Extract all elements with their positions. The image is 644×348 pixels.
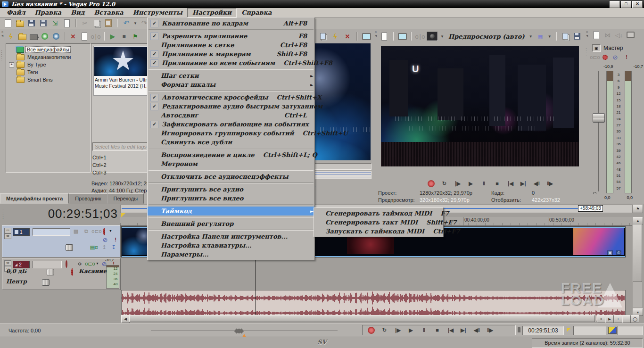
gear-dropdown-arrow-icon[interactable]: ▼ [109,229,112,232]
menu-item[interactable]: Шаг сетки ► [148,71,314,80]
dock-collapse-icon[interactable]: ◄ [0,34,5,38]
marker-flag-icon[interactable] [121,213,125,217]
preview-mode-label[interactable]: Предпросмотр (авто) [446,33,527,40]
dock-tab[interactable]: Переходы [107,193,144,204]
menu-item[interactable]: Параметры... [148,250,314,259]
tree-item[interactable]: + By Type [6,61,90,68]
video-track-number[interactable]: 1 [13,228,30,236]
menubar-item[interactable]: Справка [237,8,276,17]
marker-tool-button[interactable]: ⚑ [633,205,643,213]
solo-icon[interactable]: ! [623,54,630,60]
minimize-track-icon[interactable]: ▭ [4,260,11,266]
mode-dropdown-arrow-icon[interactable]: ▼ [528,32,534,41]
close-button[interactable]: ✕ [632,1,643,8]
menu-item[interactable]: ✓ Редактирование аудио быстрым затухание… [148,102,314,111]
menu-item[interactable]: Сдвинуть все дубли [148,138,314,147]
import-media-icon[interactable]: ⇲ [50,18,60,28]
menu-item[interactable]: ✓ Прилипание ко всем событиям Ctrl+Shift… [148,58,314,67]
record-arm-icon[interactable] [66,261,67,267]
grid-dropdown-arrow-icon[interactable]: ▼ [547,32,553,41]
track-composite-icon[interactable]: ⧉ [83,228,90,234]
get-media-web-icon[interactable] [51,32,61,41]
menubar-item[interactable]: Инструменты [128,8,187,17]
tree-item[interactable]: Медианакопители [6,53,90,61]
minimize-button[interactable]: ─ [610,1,620,8]
menu-item[interactable]: Внешний регулятор [148,219,314,228]
media-play-icon[interactable]: ▶ [107,32,118,41]
alpha-film-icon[interactable]: ▤α [90,244,98,250]
downmix-icon[interactable]: ⋈ [603,30,613,40]
menu-item[interactable]: ✓ Квантование по кадрам Alt+F8 [148,19,314,28]
tree-item[interactable]: Теги [6,68,90,76]
play[interactable]: ▶ [405,326,416,334]
horizontal-scrollbar[interactable] [129,315,596,322]
cursor-timecode-box[interactable]: 00:29:51;03 [522,326,564,335]
expand-icon[interactable]: + [9,62,14,67]
video-track-name-field[interactable] [33,228,70,236]
track-motion-icon[interactable]: ▩ [72,228,80,234]
fx-dropdown-arrow-icon[interactable]: ▼ [96,262,99,265]
next-frame[interactable]: ‖▶ [544,179,555,188]
restore-track-icon[interactable]: ▭ [4,233,11,239]
capture-video-icon[interactable] [28,32,39,41]
media-clip-card[interactable]: Armin Van Buuren - Ultr Music Festival 2… [93,46,149,96]
go-to-start[interactable]: ∣◀ [445,326,456,334]
grid-overlay-icon[interactable]: ▦ [535,32,545,41]
new-project-icon[interactable] [3,18,13,28]
audio-track-name-field[interactable] [33,261,62,268]
tree-item[interactable]: Все медиафайлы [6,46,90,53]
dim-output-icon[interactable]: ◁↓ [614,30,624,40]
extract-audio-icon[interactable] [40,32,50,41]
menu-item[interactable]: Приглушить все видео [148,194,314,203]
event-fx-icon[interactable]: ⊕ [616,250,621,255]
trimmer-copy-icon[interactable] [318,32,328,41]
properties-icon[interactable] [62,18,72,28]
menu-item[interactable]: Автосдвиг Ctrl+L [148,111,314,120]
play-from-start[interactable]: ∣▶ [392,326,403,334]
menu-item[interactable]: ✓ Автоматические кроссфейды Ctrl+Shift+X [148,93,314,102]
trimmer-auto-preview-icon[interactable]: ϟ [330,32,340,41]
go-to-end[interactable]: ▶∣ [518,179,529,188]
scroll-left-button[interactable]: ◀ [121,315,130,323]
go-to-start[interactable]: ∣◀ [504,179,516,188]
previous-frame[interactable]: ◀‖ [471,326,482,334]
minimize-track-icon[interactable]: ▭ [4,228,11,233]
media-properties-icon[interactable] [79,32,90,41]
save-snapshot-icon[interactable] [572,32,582,41]
loop-playback[interactable]: ↻ [438,179,450,188]
copy-icon[interactable] [91,18,102,28]
dock-close-icon[interactable]: × [585,30,589,34]
make-composited-child-icon[interactable]: ↧ [110,244,117,250]
split-screen-icon[interactable]: o∣o [415,32,425,41]
selection-end-box[interactable] [618,326,643,335]
track-fx-icon[interactable]: o⊏o [93,228,100,234]
dock-collapse-icon[interactable]: ◄ [585,34,589,38]
menu-item[interactable]: ✓ Прилипание к маркерам Shift+F8 [148,50,314,58]
remove-media-icon[interactable]: ✕ [68,32,78,41]
menu-item[interactable]: Настройка Панели инструментов... [148,232,314,241]
menubar-item[interactable]: Вставка [90,8,128,17]
trimmer-monitor-icon[interactable] [361,32,372,41]
record[interactable] [425,179,437,188]
cut-icon[interactable]: ✂ [80,18,90,28]
edge-trim-button[interactable]: ‖ [597,315,605,323]
previous-frame[interactable]: ◀‖ [531,179,542,188]
undo-icon[interactable]: ↶ [121,18,132,28]
dock-tab[interactable]: Медиафайлы проекта [0,193,69,204]
trimmer-delete-icon[interactable]: ✕ [342,32,353,41]
zoom-tool-button[interactable]: ◯ [631,315,639,323]
menu-item[interactable]: Прилипание к сетке Ctrl+F8 [148,41,314,50]
scroll-right-button[interactable]: ▶ [605,315,614,323]
stop[interactable]: ■ [431,326,443,334]
render-as-icon[interactable] [38,18,49,28]
save-project-icon[interactable] [26,18,37,28]
mute-icon[interactable]: ⊘ [101,236,109,243]
submenu-item[interactable]: Запускать с таймкода MIDI Ctrl+F7 [314,227,443,236]
menu-item[interactable]: Метроном [148,159,314,168]
dock-close-icon[interactable]: × [373,30,378,34]
audio-track-number[interactable]: ◢2 [13,261,30,268]
paste-icon[interactable] [103,18,114,28]
solo-icon[interactable]: ! [112,236,119,243]
dock-grip[interactable]: ····· [585,41,588,64]
mixer-properties-icon[interactable] [591,30,602,40]
